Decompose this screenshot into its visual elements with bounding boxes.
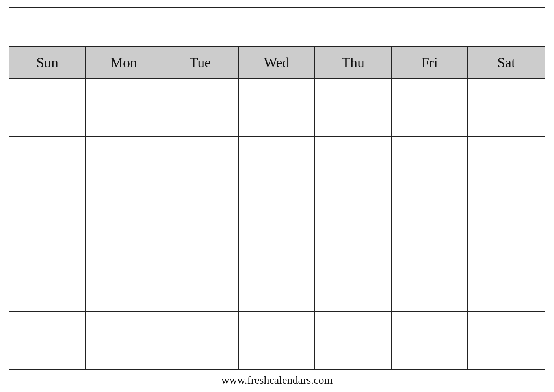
- calendar-row-2: [9, 137, 545, 195]
- cell-3-3: [162, 195, 239, 253]
- cell-2-7: [468, 137, 545, 195]
- cell-3-1: [9, 195, 86, 253]
- cell-5-2: [86, 312, 162, 369]
- cell-1-2: [86, 79, 162, 136]
- calendar-row-1: [9, 79, 545, 137]
- header-fri: Fri: [392, 47, 468, 78]
- calendar-body: [9, 79, 545, 369]
- calendar-row-5: [9, 312, 545, 369]
- cell-1-4: [239, 79, 315, 136]
- cell-4-3: [162, 253, 239, 311]
- cell-4-4: [239, 253, 315, 311]
- header-thu: Thu: [315, 47, 392, 78]
- cell-2-4: [239, 137, 315, 195]
- cell-3-6: [392, 195, 468, 253]
- calendar-container: Sun Mon Tue Wed Thu Fri Sat: [9, 7, 545, 370]
- calendar-header-row: Sun Mon Tue Wed Thu Fri Sat: [9, 47, 545, 79]
- calendar-row-3: [9, 195, 545, 254]
- calendar-title-area: [9, 8, 545, 47]
- header-sun: Sun: [9, 47, 86, 78]
- cell-1-7: [468, 79, 545, 136]
- cell-3-5: [315, 195, 392, 253]
- cell-3-4: [239, 195, 315, 253]
- header-sat: Sat: [468, 47, 545, 78]
- calendar-row-4: [9, 253, 545, 312]
- header-mon: Mon: [86, 47, 162, 78]
- cell-5-1: [9, 312, 86, 369]
- cell-1-5: [315, 79, 392, 136]
- cell-2-2: [86, 137, 162, 195]
- cell-4-2: [86, 253, 162, 311]
- cell-1-3: [162, 79, 239, 136]
- cell-3-2: [86, 195, 162, 253]
- header-wed: Wed: [239, 47, 315, 78]
- cell-4-5: [315, 253, 392, 311]
- cell-4-7: [468, 253, 545, 311]
- cell-3-7: [468, 195, 545, 253]
- cell-5-7: [468, 312, 545, 369]
- cell-2-3: [162, 137, 239, 195]
- cell-4-1: [9, 253, 86, 311]
- cell-1-1: [9, 79, 86, 136]
- cell-2-5: [315, 137, 392, 195]
- calendar-table: Sun Mon Tue Wed Thu Fri Sat: [9, 47, 545, 369]
- cell-2-6: [392, 137, 468, 195]
- cell-5-3: [162, 312, 239, 369]
- cell-5-5: [315, 312, 392, 369]
- cell-5-4: [239, 312, 315, 369]
- header-tue: Tue: [162, 47, 239, 78]
- footer-url: www.freshcalendars.com: [9, 370, 545, 388]
- cell-5-6: [392, 312, 468, 369]
- cell-2-1: [9, 137, 86, 195]
- cell-4-6: [392, 253, 468, 311]
- cell-1-6: [392, 79, 468, 136]
